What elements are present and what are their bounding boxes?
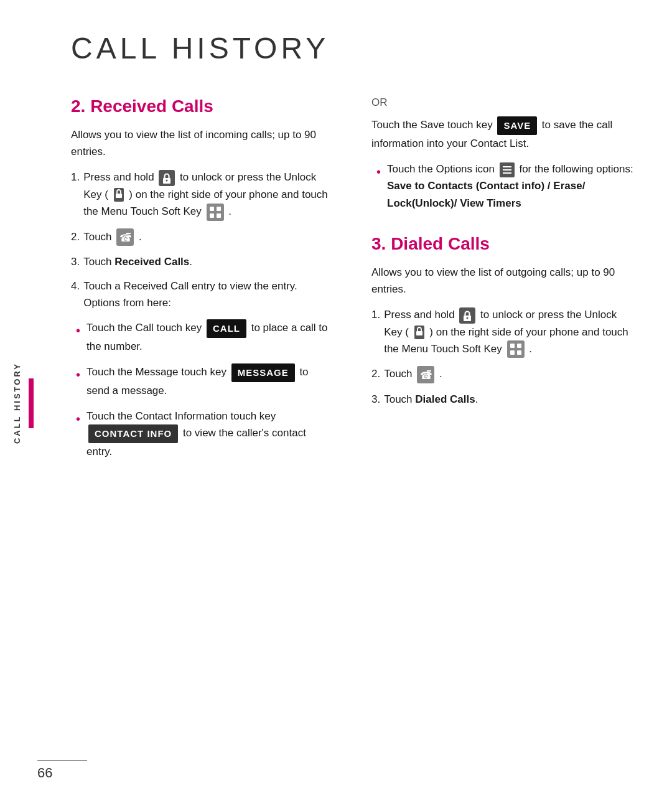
sidebar-label: CALL HISTORY: [12, 362, 22, 444]
svg-point-2: [166, 179, 168, 181]
svg-rect-9: [217, 213, 221, 218]
step3-1: 1. Press and hold to unlock or press the…: [371, 306, 635, 358]
step2-2: 2. Touch ☎ .: [71, 228, 334, 246]
step2-4: 4. Touch a Received Call entry to view t…: [71, 278, 334, 311]
unlock-key-icon: [113, 187, 124, 202]
section3-heading: 3. Dialed Calls: [371, 234, 635, 254]
step3-2: 2. Touch ☎ .: [371, 365, 635, 383]
step2-3-text: Touch Received Calls.: [83, 253, 192, 270]
svg-rect-26: [517, 344, 521, 348]
bullet-dot: •: [76, 321, 80, 340]
step-number: 3.: [371, 391, 380, 408]
step2-4-text: Touch a Received Call entry to view the …: [83, 278, 334, 311]
page-number: 66: [37, 765, 87, 781]
bullet-contact-text: Touch the Contact Information touch key …: [86, 408, 334, 460]
svg-rect-8: [210, 213, 214, 218]
left-column: 2. Received Calls Allows you to view the…: [71, 96, 334, 469]
options-bullet-section: • Touch the Options icon for the followi…: [376, 161, 635, 212]
section2-intro: Allows you to view the list of incoming …: [71, 126, 334, 160]
main-content: CALL HISTORY 2. Received Calls Allows yo…: [34, 0, 672, 806]
step-number: 2.: [71, 228, 80, 245]
bullet-options-text: Touch the Options icon for the following…: [387, 161, 635, 212]
section3-container: 3. Dialed Calls Allows you to view the l…: [371, 234, 635, 408]
sidebar: CALL HISTORY: [0, 0, 34, 806]
bullet-dot: •: [76, 365, 80, 385]
menu-grid-icon: [207, 204, 224, 221]
section3-intro: Allows you to view the list of outgoing …: [371, 264, 635, 298]
svg-rect-23: [416, 331, 422, 335]
menu-grid-icon-2: [507, 340, 525, 358]
save-key-text: Touch the Save touch key SAVE to save th…: [371, 116, 635, 152]
svg-rect-5: [207, 204, 224, 221]
step2-1-text: Press and hold to unlock or press the Un…: [83, 169, 334, 220]
svg-point-21: [467, 317, 469, 319]
bullet-list-section2: • Touch the Call touch key CALL to place…: [76, 319, 334, 461]
page-container: CALL HISTORY CALL HISTORY 2. Received Ca…: [0, 0, 672, 806]
step2-2-text: Touch ☎ .: [83, 228, 142, 246]
bullet-item-message: • Touch the Message touch key MESSAGE to…: [76, 363, 334, 399]
bullet-item-options: • Touch the Options icon for the followi…: [376, 161, 635, 212]
svg-rect-25: [510, 344, 515, 348]
step2-1: 1. Press and hold to unlock or press the…: [71, 169, 334, 220]
callhistory-icon: ☎: [116, 228, 134, 246]
svg-rect-6: [210, 207, 214, 211]
footer: 66: [37, 760, 87, 781]
svg-text:☎: ☎: [420, 370, 432, 381]
bullet-message-text: Touch the Message touch key MESSAGE to s…: [86, 363, 334, 399]
bullet-dot: •: [376, 162, 381, 182]
two-column-layout: 2. Received Calls Allows you to view the…: [71, 96, 635, 469]
svg-rect-4: [116, 194, 122, 198]
bullet-dot: •: [76, 409, 80, 429]
options-icon: [500, 162, 515, 177]
page-title: CALL HISTORY: [71, 31, 635, 65]
lock-icon: [159, 170, 175, 186]
svg-rect-7: [217, 207, 221, 211]
step-number: 1.: [371, 306, 380, 323]
call-badge: CALL: [207, 319, 246, 338]
step3-1-text: Press and hold to unlock or press the Un…: [384, 306, 635, 358]
svg-rect-24: [507, 340, 525, 358]
step-number: 2.: [371, 365, 380, 382]
step-number: 1.: [71, 169, 80, 185]
bullet-item-contact: • Touch the Contact Information touch ke…: [76, 408, 334, 460]
save-badge: SAVE: [497, 116, 537, 135]
step3-2-text: Touch ☎ .: [384, 365, 442, 383]
section2-heading: 2. Received Calls: [71, 96, 334, 116]
step3-3-text: Touch Dialed Calls.: [384, 391, 478, 408]
bullet-item-call: • Touch the Call touch key CALL to place…: [76, 319, 334, 355]
footer-line: [37, 760, 87, 761]
svg-text:☎: ☎: [119, 233, 132, 243]
contact-info-badge: CONTACT INFO: [88, 424, 178, 443]
step-number: 4.: [71, 278, 80, 294]
step3-3: 3. Touch Dialed Calls.: [371, 391, 635, 408]
bullet-call-text: Touch the Call touch key CALL to place a…: [86, 319, 334, 355]
unlock-key-icon-2: [414, 325, 425, 340]
step2-3: 3. Touch Received Calls.: [71, 253, 334, 270]
svg-rect-27: [510, 350, 515, 355]
callhistory-icon-2: ☎: [417, 366, 434, 383]
lock-icon-2: [459, 307, 475, 324]
sidebar-accent: [29, 378, 34, 428]
step-number: 3.: [71, 253, 80, 270]
right-column: OR Touch the Save touch key SAVE to save…: [371, 96, 635, 469]
or-label: OR: [371, 96, 635, 109]
svg-rect-28: [517, 350, 521, 355]
message-badge: MESSAGE: [231, 363, 295, 382]
